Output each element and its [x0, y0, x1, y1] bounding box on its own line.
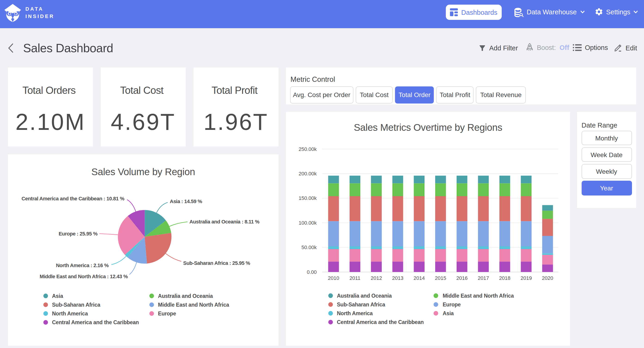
svg-text:Asia: Asia: [442, 310, 454, 316]
svg-text:Asia : 14.59 %: Asia : 14.59 %: [170, 198, 202, 204]
svg-text:2013: 2013: [392, 275, 403, 281]
svg-text:Central America and the Caribb: Central America and the Caribbean : 10.8…: [22, 195, 124, 201]
svg-text:Sub-Saharan Africa: Sub-Saharan Africa: [336, 301, 385, 307]
svg-text:Sales Volume by Region: Sales Volume by Region: [92, 166, 195, 177]
svg-text:North America : 2.16 %: North America : 2.16 %: [56, 262, 108, 268]
svg-text:Middle East and North Africa :: Middle East and North Africa : 12.43 %: [40, 273, 128, 279]
svg-text:Europe : 25.95 %: Europe : 25.95 %: [59, 231, 98, 236]
svg-text:2017: 2017: [478, 275, 489, 281]
svg-text:2014: 2014: [413, 275, 424, 281]
svg-text:150.00k: 150.00k: [298, 195, 317, 201]
svg-text:Central America and the Caribb: Central America and the Caribbean: [336, 319, 424, 325]
svg-text:North America: North America: [52, 310, 88, 316]
svg-text:North America: North America: [336, 310, 372, 316]
svg-text:2019: 2019: [520, 275, 532, 281]
svg-text:Australia and Oceania: Australia and Oceania: [336, 293, 392, 299]
svg-text:Middle East and North Africa: Middle East and North Africa: [158, 301, 229, 307]
svg-text:2015: 2015: [435, 275, 446, 281]
svg-text:50.00k: 50.00k: [301, 244, 317, 250]
svg-text:0.00: 0.00: [306, 269, 316, 275]
svg-text:Middle East and North Africa: Middle East and North Africa: [442, 293, 514, 299]
svg-text:Asia: Asia: [52, 293, 63, 299]
svg-text:2012: 2012: [370, 275, 382, 281]
svg-text:Sales Metrics Overtime by Regi: Sales Metrics Overtime by Regions: [354, 122, 502, 133]
svg-text:250.00k: 250.00k: [298, 146, 317, 152]
svg-text:200.00k: 200.00k: [298, 171, 317, 177]
svg-text:Central America and the Caribb: Central America and the Caribbean: [52, 319, 139, 325]
svg-text:2011: 2011: [349, 275, 360, 281]
svg-text:100.00k: 100.00k: [298, 220, 317, 226]
svg-text:Australia and Oceania: Australia and Oceania: [158, 293, 213, 299]
svg-text:Europe: Europe: [158, 310, 176, 316]
svg-text:2010: 2010: [328, 275, 339, 281]
svg-text:2018: 2018: [499, 275, 510, 281]
svg-text:2016: 2016: [456, 275, 467, 281]
svg-text:Australia and Oceania : 8.11 %: Australia and Oceania : 8.11 %: [190, 219, 260, 224]
svg-text:2020: 2020: [542, 275, 553, 281]
svg-text:Sub-Saharan Africa: Sub-Saharan Africa: [52, 301, 100, 307]
svg-text:Europe: Europe: [442, 301, 460, 307]
svg-text:Sub-Saharan Africa : 25.95 %: Sub-Saharan Africa : 25.95 %: [183, 260, 250, 266]
